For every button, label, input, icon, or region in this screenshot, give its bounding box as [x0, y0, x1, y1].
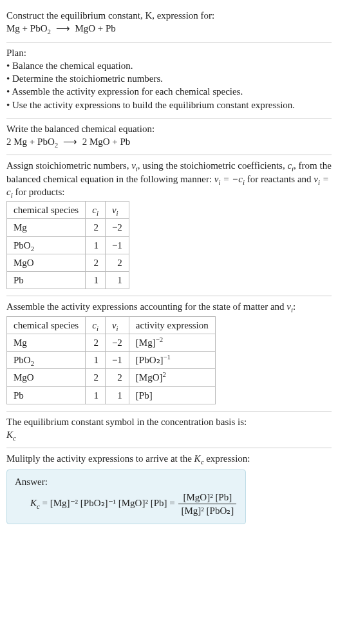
text: :	[293, 301, 296, 312]
sup: 2	[163, 370, 166, 378]
cell-species: Mg	[7, 219, 86, 236]
activity-section: Assemble the activity expressions accoun…	[6, 296, 332, 412]
cell-ci: 1	[86, 272, 106, 289]
table-header-row: chemical species ci νi	[7, 202, 129, 219]
col-vi: νi	[105, 316, 129, 334]
cell-vi: 1	[105, 272, 129, 289]
table-row: PbO2 1 −1 [PbO₂]−1	[7, 352, 216, 369]
sp: PbO	[14, 240, 31, 251]
table-row: Pb 1 1	[7, 272, 129, 289]
cell-species: MgO	[7, 369, 86, 386]
rel1: νi = −ci	[214, 174, 245, 184]
sub: 2	[31, 245, 34, 252]
question-section: Construct the equilibrium constant, K, e…	[6, 5, 332, 43]
sub: 2	[31, 359, 34, 367]
col-ci: ci	[86, 316, 106, 334]
balanced-sub: 2	[55, 141, 58, 149]
text: for products:	[13, 187, 65, 197]
cell-vi: 2	[105, 254, 129, 271]
table-row: MgO 2 2	[7, 254, 129, 271]
activity-intro: Assemble the activity expressions accoun…	[6, 300, 332, 313]
cell-ci: 2	[86, 219, 106, 236]
sup: −1	[164, 353, 171, 361]
stoich-intro: Assign stoichiometric numbers, νi, using…	[6, 159, 332, 198]
cell-species: PbO2	[7, 352, 86, 369]
cell-activity: [MgO]2	[129, 369, 215, 386]
text: expression:	[203, 453, 250, 464]
balanced-section: Write the balanced chemical equation: 2 …	[6, 118, 332, 156]
plan-bullet: • Determine the stoichiometric numbers.	[6, 72, 332, 85]
cell-vi: −1	[105, 236, 129, 254]
cell-vi: −1	[105, 352, 129, 369]
cell-activity: [Mg]−2	[129, 334, 215, 351]
k: K	[30, 498, 37, 508]
text: Assign stoichiometric numbers,	[6, 160, 131, 171]
eq-rhs: MgO + Pb	[75, 23, 115, 33]
nu-i: νi	[131, 160, 138, 171]
question-text: Construct the equilibrium constant, K, e…	[6, 10, 214, 21]
cell-vi: 2	[105, 369, 129, 386]
frac-top: [MgO]² [Pb]	[178, 491, 236, 504]
final-section: Mulitply the activity expressions to arr…	[6, 448, 332, 531]
base: [Pb]	[136, 390, 153, 401]
cell-activity: [Pb]	[129, 386, 215, 404]
balanced-arrow: ⟶	[61, 135, 80, 148]
plan-bullet: • Balance the chemical equation.	[6, 59, 332, 72]
fraction: [MgO]² [Pb][Mg]² [PbO₂]	[178, 491, 236, 518]
col-species: chemical species	[7, 202, 86, 219]
table-header-row: chemical species ci νi activity expressi…	[7, 316, 216, 334]
kc: Kc	[30, 498, 40, 508]
stoich-section: Assign stoichiometric numbers, νi, using…	[6, 155, 332, 296]
eq-sub: 2	[47, 28, 50, 35]
answer-box: Answer: Kc = [Mg]⁻² [PbO₂]⁻¹ [MgO]² [Pb]…	[6, 469, 246, 525]
plan-title: Plan:	[6, 46, 332, 59]
question-equation: Mg + PbO2 ⟶ MgO + Pb	[6, 22, 332, 35]
sp: PbO	[14, 355, 31, 365]
c: c	[13, 434, 16, 442]
sp: MgO	[14, 372, 34, 383]
question-line1: Construct the equilibrium constant, K, e…	[6, 9, 332, 22]
answer-label: Answer:	[15, 475, 238, 488]
symbol-section: The equilibrium constant symbol in the c…	[6, 412, 332, 449]
table-row: Mg 2 −2 [Mg]−2	[7, 334, 216, 351]
frac-bot: [Mg]² [PbO₂]	[178, 504, 236, 517]
stoich-table: chemical species ci νi Mg 2 −2 PbO2 1 −1…	[6, 201, 129, 289]
cell-species: Pb	[7, 272, 86, 289]
table-row: PbO2 1 −1	[7, 236, 129, 254]
nu-i: νi	[286, 301, 293, 312]
text: Assemble the activity expressions accoun…	[6, 301, 286, 312]
cell-ci: 1	[86, 352, 106, 369]
cell-ci: 2	[86, 369, 106, 386]
text: Mulitply the activity expressions to arr…	[6, 453, 194, 464]
cell-vi: −2	[105, 219, 129, 236]
col-species: chemical species	[7, 316, 86, 334]
cell-ci: 1	[86, 386, 106, 404]
table-row: MgO 2 2 [MgO]2	[7, 369, 216, 386]
cell-ci: 2	[86, 334, 106, 351]
symbol-kc: Kc	[6, 428, 332, 441]
col-ci: ci	[86, 202, 106, 219]
c-i: ci	[287, 160, 294, 171]
cell-species: Pb	[7, 386, 86, 404]
activity-table: chemical species ci νi activity expressi…	[6, 316, 216, 404]
cell-ci: 2	[86, 254, 106, 271]
plan-bullet: • Use the activity expressions to build …	[6, 99, 332, 111]
sp: MgO	[14, 258, 34, 268]
col-vi: νi	[105, 202, 129, 219]
eq-lhs: Mg + PbO	[6, 23, 47, 33]
sp: Pb	[14, 390, 24, 401]
sup: −2	[156, 336, 164, 343]
balanced-intro: Write the balanced chemical equation:	[6, 122, 332, 135]
balanced-rhs: 2 MgO + Pb	[82, 137, 131, 147]
table-row: Mg 2 −2	[7, 219, 129, 236]
flat-expr: [Mg]⁻² [PbO₂]⁻¹ [MgO]² [Pb] =	[50, 498, 178, 508]
kc: Kc	[194, 453, 204, 464]
k: K	[194, 453, 201, 464]
cell-species: Mg	[7, 334, 86, 351]
equals: =	[40, 498, 50, 508]
sp: Mg	[14, 337, 27, 348]
cell-vi: −2	[105, 334, 129, 351]
col-activity: activity expression	[129, 316, 215, 334]
sp: Pb	[14, 275, 24, 285]
eq-arrow: ⟶	[53, 22, 73, 35]
